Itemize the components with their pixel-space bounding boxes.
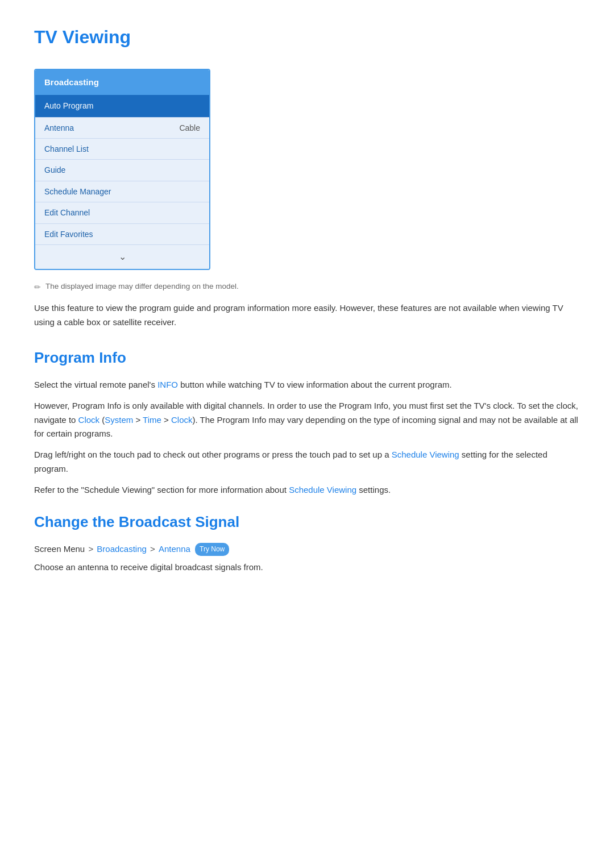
menu-item-auto-program[interactable]: Auto Program — [35, 95, 209, 117]
page-title: TV Viewing — [34, 23, 580, 52]
broadcast-signal-title: Change the Broadcast Signal — [34, 510, 580, 534]
menu-footer: ⌄ — [35, 244, 209, 269]
chevron-right-icon-2: > — [150, 544, 157, 554]
broadcast-signal-description: Choose an antenna to receive digital bro… — [34, 560, 580, 575]
menu-item-edit-channel[interactable]: Edit Channel — [35, 202, 209, 223]
schedule-viewing-link-2[interactable]: Schedule Viewing — [289, 485, 356, 495]
chevron-down-icon: ⌄ — [119, 252, 126, 261]
menu-item-label: Schedule Manager — [44, 185, 111, 198]
note-row: ✏ The displayed image may differ dependi… — [34, 280, 580, 293]
menu-item-edit-favorites[interactable]: Edit Favorites — [35, 223, 209, 244]
program-info-para-1: Select the virtual remote panel's INFO b… — [34, 378, 580, 392]
menu-item-value: Cable — [179, 122, 200, 134]
menu-item-label: Auto Program — [44, 99, 93, 112]
time-link[interactable]: Time — [143, 415, 161, 425]
menu-item-label: Antenna — [44, 122, 74, 134]
menu-item-label: Edit Favorites — [44, 228, 93, 240]
menu-item-guide[interactable]: Guide — [35, 159, 209, 180]
clock-link-2[interactable]: Clock — [171, 415, 193, 425]
program-info-title: Program Info — [34, 346, 580, 370]
note-text: The displayed image may differ depending… — [45, 280, 239, 293]
program-info-para-4: Refer to the "Schedule Viewing" section … — [34, 483, 580, 497]
breadcrumb-prefix: Screen Menu — [34, 544, 85, 554]
menu-screenshot: Broadcasting Auto Program Antenna Cable … — [34, 69, 210, 269]
broadcast-signal-section: Change the Broadcast Signal Screen Menu … — [34, 510, 580, 575]
system-link[interactable]: System — [105, 415, 133, 425]
menu-item-schedule-manager[interactable]: Schedule Manager — [35, 181, 209, 202]
try-now-badge[interactable]: Try Now — [195, 543, 229, 556]
menu-item-antenna[interactable]: Antenna Cable — [35, 117, 209, 138]
breadcrumb-antenna-link[interactable]: Antenna — [159, 544, 190, 554]
menu-item-label: Edit Channel — [44, 206, 90, 219]
menu-item-label: Guide — [44, 164, 65, 176]
menu-header: Broadcasting — [35, 70, 209, 95]
breadcrumb: Screen Menu > Broadcasting > Antenna Try… — [34, 542, 580, 556]
program-info-para-2: However, Program Info is only available … — [34, 399, 580, 441]
program-info-para-3: Drag left/right on the touch pad to chec… — [34, 448, 580, 476]
chevron-right-icon-1: > — [88, 544, 96, 554]
intro-text: Use this feature to view the program gui… — [34, 301, 580, 330]
schedule-viewing-link-1[interactable]: Schedule Viewing — [392, 450, 459, 459]
menu-item-channel-list[interactable]: Channel List — [35, 138, 209, 159]
pencil-icon: ✏ — [34, 281, 41, 293]
menu-item-label: Channel List — [44, 143, 89, 155]
clock-link[interactable]: Clock — [78, 415, 100, 425]
breadcrumb-broadcasting-link[interactable]: Broadcasting — [97, 544, 147, 554]
info-link[interactable]: INFO — [157, 380, 178, 389]
program-info-section: Program Info Select the virtual remote p… — [34, 346, 580, 497]
